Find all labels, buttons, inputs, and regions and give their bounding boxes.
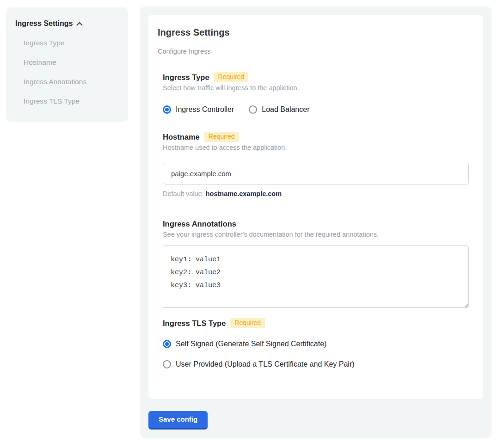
section-label-row: Ingress Annotations: [163, 219, 469, 229]
sidebar-item-ingress-tls-type[interactable]: Ingress TLS Type: [24, 98, 119, 105]
sidebar-item-ingress-type[interactable]: Ingress Type: [24, 39, 119, 47]
section-ingress-type: Ingress Type Required Select how traffic…: [163, 72, 469, 114]
ingress-type-label: Ingress Type: [163, 72, 209, 82]
section-label-row: Ingress Type Required: [163, 72, 469, 82]
section-ingress-tls-type: Ingress TLS Type Required Self Signed (G…: [163, 318, 469, 369]
save-config-button[interactable]: Save config: [148, 411, 208, 430]
section-label-row: Hostname Required: [163, 132, 469, 142]
ingress-type-radio-group: Ingress Controller Load Balancer: [163, 105, 469, 114]
hostname-description: Hostname used to access the application.: [163, 143, 469, 152]
settings-sidebar: Ingress Settings Ingress Type Hostname I…: [6, 7, 128, 122]
required-badge: Required: [230, 318, 265, 328]
sidebar-item-ingress-annotations[interactable]: Ingress Annotations: [24, 78, 119, 86]
form-sections: Ingress Type Required Select how traffic…: [163, 72, 469, 369]
sidebar-group-ingress-settings[interactable]: Ingress Settings: [15, 19, 119, 28]
ingress-settings-card: Ingress Settings Configure Ingress Ingre…: [148, 15, 483, 399]
radio-label: Load Balancer: [262, 105, 309, 114]
hostname-label: Hostname: [163, 132, 200, 142]
section-hostname: Hostname Required Hostname used to acces…: [163, 132, 469, 197]
hostname-default-line: Default value: hostname.example.com: [163, 190, 469, 197]
sidebar-item-hostname[interactable]: Hostname: [24, 59, 119, 66]
card-subtitle: Configure Ingress: [158, 48, 469, 55]
ingress-type-description: Select how traffic will ingress to the a…: [163, 84, 469, 92]
section-label-row: Ingress TLS Type Required: [163, 318, 469, 328]
radio-label: User Provided (Upload a TLS Certificate …: [176, 360, 355, 369]
radio-unselected-icon: [163, 360, 171, 368]
hostname-input[interactable]: [163, 163, 469, 184]
radio-user-provided[interactable]: User Provided (Upload a TLS Certificate …: [163, 360, 469, 369]
radio-label: Ingress Controller: [176, 105, 234, 114]
ingress-annotations-textarea[interactable]: key1: value1 key2: value2 key3: value3: [163, 245, 469, 308]
ingress-tls-type-label: Ingress TLS Type: [163, 318, 226, 328]
radio-ingress-controller[interactable]: Ingress Controller: [163, 105, 234, 114]
settings-panel: Ingress Settings Configure Ingress Ingre…: [140, 6, 492, 438]
ingress-annotations-label: Ingress Annotations: [163, 219, 236, 229]
default-value-text: hostname.example.com: [206, 190, 282, 197]
chevron-up-icon: [76, 19, 83, 28]
sidebar-group-label: Ingress Settings: [15, 19, 73, 28]
radio-self-signed[interactable]: Self Signed (Generate Self Signed Certif…: [163, 339, 469, 349]
radio-unselected-icon: [249, 105, 257, 114]
default-value-prefix: Default value:: [163, 190, 204, 197]
radio-selected-icon: [163, 340, 171, 348]
radio-load-balancer[interactable]: Load Balancer: [249, 105, 309, 114]
radio-selected-icon: [163, 105, 171, 114]
card-title: Ingress Settings: [158, 27, 469, 38]
sidebar-item-list: Ingress Type Hostname Ingress Annotation…: [15, 39, 119, 105]
radio-label: Self Signed (Generate Self Signed Certif…: [176, 339, 326, 349]
ingress-annotations-description: See your ingress controller's documentat…: [163, 230, 469, 239]
required-badge: Required: [214, 72, 249, 82]
tls-radio-group: Self Signed (Generate Self Signed Certif…: [163, 339, 469, 369]
required-badge: Required: [204, 132, 239, 142]
section-ingress-annotations: Ingress Annotations See your ingress con…: [163, 219, 469, 308]
